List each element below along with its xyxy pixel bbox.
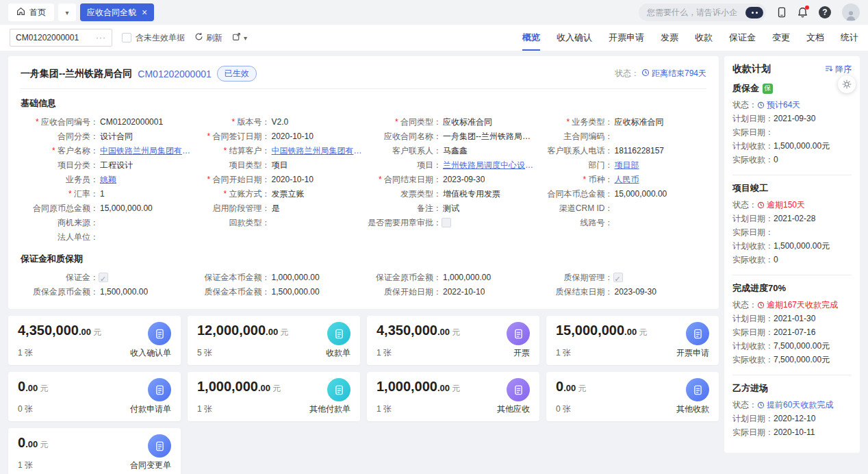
gear-icon[interactable] bbox=[838, 75, 856, 93]
field: 启用阶段管理 是 bbox=[192, 201, 364, 216]
field-link[interactable]: 兰州铁路局调度中心设计... bbox=[442, 158, 535, 173]
tab-概览[interactable]: 概览 bbox=[522, 25, 540, 51]
plan-status: 提前60天收款完成 bbox=[757, 398, 833, 412]
field-label: 部门 bbox=[535, 158, 613, 173]
field-link[interactable]: 中国铁路兰州局集团有限... bbox=[270, 144, 364, 158]
field-label: 质保期管理 bbox=[535, 271, 613, 285]
card-amount-unit: 元 bbox=[40, 384, 48, 393]
collection-plan-title: 收款计划 bbox=[732, 63, 771, 75]
field: 合同分类 设计合同 bbox=[21, 129, 192, 144]
tab-统计[interactable]: 统计 bbox=[841, 25, 858, 51]
field-checkbox[interactable] bbox=[613, 273, 623, 282]
field: 部门 项目部 bbox=[535, 158, 707, 173]
clock-icon bbox=[757, 101, 765, 109]
field: 质保开始日期 2022-10-10 bbox=[363, 285, 535, 299]
home-tab[interactable]: 首页 bbox=[8, 3, 54, 21]
tab-收入确认[interactable]: 收入确认 bbox=[557, 25, 592, 51]
plan-field-label: 实际收款 bbox=[732, 353, 774, 366]
tab-开票申请[interactable]: 开票申请 bbox=[609, 25, 644, 51]
avatar[interactable] bbox=[842, 3, 860, 21]
tab-变更[interactable]: 变更 bbox=[772, 25, 790, 51]
summary-card[interactable]: 0.00元 1 张 合同变更单 bbox=[8, 428, 181, 474]
include-inactive-checkbox[interactable]: 含未生效单据 bbox=[122, 32, 185, 44]
summary-card[interactable]: 0.00元 0 张 其他收款 bbox=[546, 372, 719, 421]
help-icon[interactable]: ? bbox=[819, 6, 831, 18]
card-bottom: 1 张 合同变更单 bbox=[18, 460, 171, 471]
field-value: 发票立账 bbox=[270, 187, 305, 201]
contract-code-link[interactable]: CM01202000001 bbox=[138, 68, 211, 79]
field: 保证金本币金额 1,000,000.00 bbox=[192, 271, 364, 285]
card-bottom: 5 张 收款单 bbox=[197, 347, 350, 359]
field-checkbox[interactable] bbox=[442, 218, 451, 227]
field-link[interactable]: 项目部 bbox=[613, 158, 639, 173]
field-link[interactable]: 中国铁路兰州局集团有限... bbox=[99, 144, 192, 158]
plan-field-row: 计划日期 2021-09-30 bbox=[732, 112, 852, 125]
contract-number-field: ··· bbox=[10, 29, 112, 47]
tab-收款[interactable]: 收款 bbox=[695, 25, 713, 51]
plan-field-value: 2020-12-10 bbox=[774, 412, 815, 425]
card-amount-decimals: .00 bbox=[563, 383, 576, 393]
field-value: 2022-10-10 bbox=[442, 285, 485, 299]
card-amount-unit: 元 bbox=[280, 327, 288, 337]
card-amount-unit: 元 bbox=[578, 384, 586, 393]
field-link[interactable]: 姚颖 bbox=[99, 173, 116, 187]
contract-number-input[interactable] bbox=[16, 33, 93, 42]
summary-card[interactable]: 4,350,000.00元 1 张 收入确认单 bbox=[8, 316, 181, 365]
field-value: 测试 bbox=[442, 201, 459, 216]
receipt-icon bbox=[327, 322, 350, 345]
summary-card[interactable]: 12,000,000.00元 5 张 收款单 bbox=[188, 316, 360, 365]
field-label: 质保金原币金额 bbox=[21, 285, 99, 299]
tab-发票[interactable]: 发票 bbox=[661, 25, 678, 51]
tab-保证金[interactable]: 保证金 bbox=[729, 25, 756, 51]
toolbar: ··· 含未生效单据 刷新 ▾ 概览收入确认开票申请发票收款保证金变更文档统计 bbox=[0, 25, 868, 51]
refresh-button[interactable]: 刷新 bbox=[194, 32, 222, 44]
field-label: 主合同编码 bbox=[535, 129, 613, 144]
plan-field-label: 计划收款 bbox=[732, 339, 774, 353]
card-amount: 4,350,000 bbox=[18, 323, 79, 338]
summary-card[interactable]: 0.00元 0 张 付款申请单 bbox=[8, 372, 181, 421]
card-label: 付款申请单 bbox=[130, 403, 171, 415]
card-amount: 1,000,000 bbox=[197, 379, 258, 394]
card-amount-decimals: .00 bbox=[79, 327, 91, 337]
plan-field-row: 计划收款 1,500,000.00元 bbox=[732, 239, 852, 253]
summary-card[interactable]: 15,000,000.00元 1 张 开票申请 bbox=[546, 316, 719, 365]
field-label: 立账方式 bbox=[192, 187, 270, 201]
assistant-icon[interactable] bbox=[745, 7, 763, 18]
assistant-search-input[interactable] bbox=[647, 8, 745, 17]
field-label: 渠道CRM ID bbox=[535, 201, 613, 216]
card-label: 合同变更单 bbox=[130, 460, 171, 471]
card-amount-unit: 元 bbox=[639, 327, 647, 337]
section-title-basic-info: 基础信息 bbox=[21, 97, 706, 110]
sort-descending-button[interactable]: 降序 bbox=[825, 64, 852, 75]
summary-card[interactable]: 1,000,000.00元 1 张 其他应收 bbox=[367, 372, 539, 421]
card-count: 1 张 bbox=[18, 347, 33, 359]
plan-field-row: 实际收款 0 bbox=[732, 153, 852, 166]
home-dropdown-button[interactable]: ▾ bbox=[58, 3, 76, 21]
plan-field-value: 1,500,000.00元 bbox=[774, 139, 830, 153]
export-button[interactable]: ▾ bbox=[232, 32, 247, 43]
more-icon[interactable]: ··· bbox=[93, 33, 106, 42]
other-receivable-icon bbox=[507, 378, 530, 401]
summary-card[interactable]: 1,000,000.00元 1 张 其他付款单 bbox=[188, 372, 360, 421]
card-count: 1 张 bbox=[18, 460, 33, 471]
close-icon[interactable]: × bbox=[142, 8, 147, 17]
field-link[interactable]: 人民币 bbox=[613, 173, 639, 187]
field-label: 保证金本币金额 bbox=[192, 271, 270, 285]
checkbox-box[interactable] bbox=[122, 33, 131, 42]
summary-card[interactable]: 4,350,000.00元 1 张 开票 bbox=[367, 316, 539, 365]
card-count: 1 张 bbox=[197, 403, 212, 415]
contract-title: 一舟集团--兰州铁路局合同 bbox=[21, 68, 132, 80]
other-payment-icon bbox=[327, 378, 350, 401]
tab-receivable-contract-overview[interactable]: 应收合同全貌 × bbox=[80, 3, 154, 21]
field-value: 1,500,000.00 bbox=[99, 285, 148, 299]
assistant-search[interactable] bbox=[639, 3, 766, 21]
section-title-deposit: 保证金和质保期 bbox=[21, 253, 706, 265]
card-amount-unit: 元 bbox=[272, 384, 281, 393]
field-checkbox[interactable] bbox=[99, 273, 108, 282]
field: 业务员 姚颖 bbox=[21, 173, 192, 187]
mobile-icon[interactable] bbox=[777, 7, 787, 18]
tab-文档[interactable]: 文档 bbox=[806, 25, 824, 51]
bell-icon[interactable] bbox=[797, 7, 808, 18]
field: 线路号 bbox=[535, 216, 707, 230]
deposit-fields: 保证金 保证金本币金额 1,000,000.00 保证金原币金额 1,000,0… bbox=[21, 271, 706, 299]
